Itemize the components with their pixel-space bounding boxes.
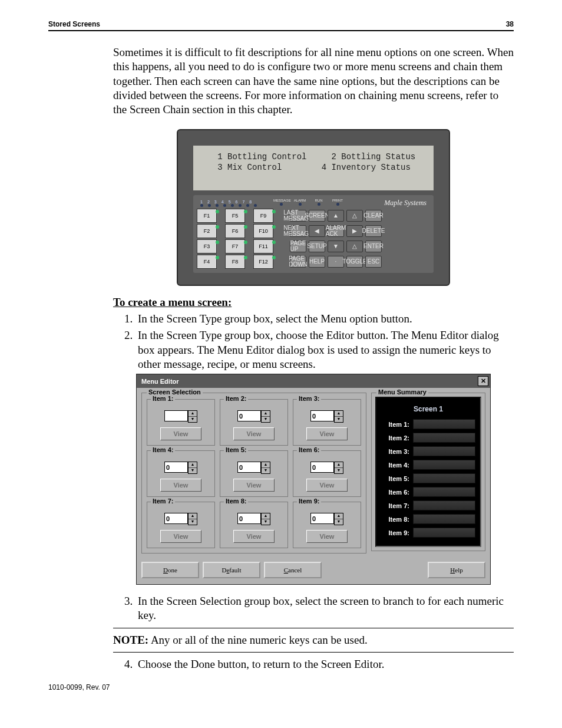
- item-6-input[interactable]: [310, 462, 334, 473]
- fkey-f1[interactable]: F1: [197, 209, 217, 223]
- panel-btn[interactable]: ▲: [328, 210, 344, 222]
- fkey-f6[interactable]: F6: [225, 224, 245, 238]
- intro-paragraph: Sometimes it is difficult to fit descrip…: [113, 45, 514, 117]
- screen-item-9: Item 9:▲▼View: [293, 502, 361, 548]
- item-5-view-button[interactable]: View: [233, 479, 275, 492]
- screen-item-5: Item 5:▲▼View: [220, 450, 288, 497]
- panel-btn[interactable]: ·: [328, 256, 344, 268]
- dialog-title: Menu Editor: [141, 378, 179, 385]
- panel-btn[interactable]: ENTER: [365, 241, 382, 252]
- panel-btn[interactable]: NEXT MESSAGE: [290, 225, 306, 237]
- fkey-f7[interactable]: F7: [225, 239, 245, 253]
- header-page: 38: [506, 20, 514, 28]
- item-2-view-button[interactable]: View: [233, 427, 275, 440]
- screen-item-8: Item 8:▲▼View: [220, 502, 288, 548]
- note: NOTE: Any or all of the nine numeric key…: [113, 633, 514, 647]
- item-7-spinner[interactable]: ▲▼: [188, 513, 197, 525]
- fkey-f8[interactable]: F8: [225, 255, 245, 269]
- panel-btn[interactable]: △: [346, 210, 363, 222]
- footer: 1010-0099, Rev. 07: [48, 683, 514, 691]
- panel-btn[interactable]: △: [346, 241, 363, 252]
- item-8-view-button[interactable]: View: [233, 530, 275, 543]
- cancel-button[interactable]: Cancel: [264, 562, 322, 578]
- panel-btn[interactable]: LAST MESSAGE: [290, 210, 306, 222]
- item-3-spinner[interactable]: ▲▼: [334, 410, 343, 423]
- help-button[interactable]: Help: [428, 562, 485, 578]
- done-button[interactable]: Done: [141, 562, 199, 578]
- header-rule: [48, 30, 514, 31]
- panel-btn[interactable]: PAGE DOWN: [290, 256, 306, 268]
- panel-btn[interactable]: HELP: [309, 256, 325, 268]
- screen-item-3: Item 3:▲▼View: [293, 399, 361, 446]
- item-9-view-button[interactable]: View: [306, 530, 348, 543]
- item-6-spinner[interactable]: ▲▼: [334, 462, 343, 474]
- panel-btn[interactable]: DELETE: [365, 225, 382, 237]
- item-7-view-button[interactable]: View: [160, 530, 202, 543]
- screen-item-1: Item 1:▲▼View: [147, 399, 215, 446]
- steps-list-cont: In the Screen Selection group box, selec…: [113, 594, 514, 623]
- steps-list-cont2: Choose the Done button, to return to the…: [113, 657, 514, 671]
- default-button[interactable]: Default: [203, 562, 260, 578]
- step-3: In the Screen Selection group box, selec…: [135, 594, 514, 623]
- panel-btn[interactable]: ▼: [328, 241, 344, 252]
- item-6-view-button[interactable]: View: [306, 479, 348, 492]
- page-header: Stored Screens 38: [48, 20, 514, 28]
- fkey-f3[interactable]: F3: [197, 239, 217, 253]
- step-4: Choose the Done button, to return to the…: [135, 657, 514, 671]
- dialog-titlebar: Menu Editor ✕: [137, 374, 490, 388]
- close-icon[interactable]: ✕: [478, 376, 488, 386]
- panel-btn[interactable]: TOGGLE: [346, 256, 363, 268]
- item-1-input[interactable]: [164, 410, 188, 421]
- item-3-view-button[interactable]: View: [306, 427, 348, 440]
- step-1: In the Screen Type group box, select the…: [135, 312, 514, 326]
- screen-selection-group: Screen Selection Item 1:▲▼ViewItem 2:▲▼V…: [141, 393, 366, 554]
- fkey-f11[interactable]: F11: [253, 239, 273, 253]
- panel-btn[interactable]: SCREEN: [309, 210, 325, 222]
- panel-btn[interactable]: ◀: [309, 225, 325, 237]
- item-7-input[interactable]: [164, 513, 188, 524]
- panel-btn[interactable]: ▶: [346, 225, 363, 237]
- brand-label: Maple Systems: [346, 199, 430, 207]
- section-heading: To create a menu screen:: [113, 295, 514, 309]
- lcd-screen: 1 Bottling Control 2 Bottling Status 3 M…: [193, 146, 434, 190]
- hmi-device: 1 Bottling Control 2 Bottling Status 3 M…: [177, 129, 450, 286]
- step-2: In the Screen Type group box, choose the…: [135, 328, 514, 371]
- header-title: Stored Screens: [48, 20, 100, 28]
- item-9-spinner[interactable]: ▲▼: [334, 513, 343, 525]
- item-4-spinner[interactable]: ▲▼: [188, 462, 197, 474]
- fkey-f12[interactable]: F12: [253, 255, 273, 269]
- menu-summary-legend: Menu Summary: [376, 388, 428, 396]
- item-5-spinner[interactable]: ▲▼: [261, 462, 270, 474]
- fkey-f4[interactable]: F4: [197, 255, 217, 269]
- panel-btn[interactable]: SETUP: [309, 241, 325, 252]
- item-2-input[interactable]: [237, 410, 261, 421]
- fkey-f10[interactable]: F10: [253, 224, 273, 238]
- menu-editor-dialog: Menu Editor ✕ Screen Selection Item 1:▲▼…: [136, 374, 491, 585]
- summary-title: Screen 1: [381, 405, 475, 413]
- fkey-f5[interactable]: F5: [225, 209, 245, 223]
- item-2-spinner[interactable]: ▲▼: [261, 410, 270, 423]
- fkey-f2[interactable]: F2: [197, 224, 217, 238]
- item-4-input[interactable]: [164, 462, 188, 473]
- panel-btn[interactable]: ALARM ACK: [328, 225, 344, 237]
- panel-btn[interactable]: ESC: [365, 256, 382, 268]
- panel-btn[interactable]: CLEAR: [365, 210, 382, 222]
- item-1-spinner[interactable]: ▲▼: [188, 410, 197, 423]
- screen-item-7: Item 7:▲▼View: [147, 502, 215, 548]
- item-4-view-button[interactable]: View: [160, 479, 202, 492]
- menu-summary-group: Menu Summary Screen 1 Item 1:Item 2:Item…: [371, 393, 485, 551]
- screen-item-6: Item 6:▲▼View: [293, 450, 361, 497]
- item-8-spinner[interactable]: ▲▼: [261, 513, 270, 525]
- screen-item-2: Item 2:▲▼View: [220, 399, 288, 446]
- panel-btn[interactable]: PAGE UP: [290, 241, 306, 252]
- fkey-f9[interactable]: F9: [253, 209, 273, 223]
- item-9-input[interactable]: [310, 513, 334, 524]
- screen-item-4: Item 4:▲▼View: [147, 450, 215, 497]
- item-5-input[interactable]: [237, 462, 261, 473]
- item-8-input[interactable]: [237, 513, 261, 524]
- item-3-input[interactable]: [310, 410, 334, 421]
- steps-list: In the Screen Type group box, select the…: [113, 312, 514, 371]
- item-1-view-button[interactable]: View: [160, 427, 202, 440]
